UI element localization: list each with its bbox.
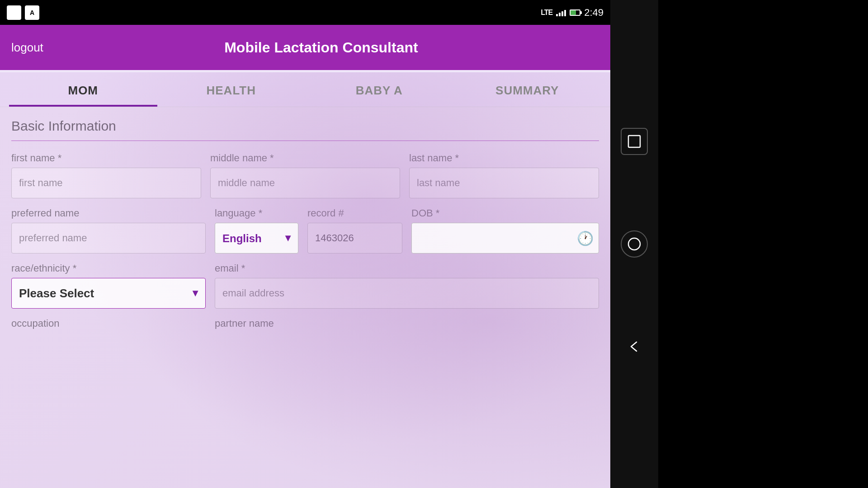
- signal-bar-3: [561, 11, 563, 16]
- clock: 2:49: [584, 7, 604, 19]
- section-title: Basic Information: [11, 118, 599, 134]
- race-select-wrapper: Please Select White Black or African Ame…: [11, 278, 206, 309]
- nav-square-button[interactable]: [621, 128, 648, 155]
- logout-button[interactable]: logout: [11, 41, 43, 55]
- status-indicators: LTE 2:49: [541, 7, 604, 19]
- preferred-row: preferred name language * English Spanis…: [11, 207, 599, 253]
- signal-strength: [556, 9, 566, 16]
- first-name-group: first name *: [11, 152, 201, 198]
- app-title: Mobile Lactation Consultant: [43, 39, 599, 56]
- preferred-name-group: preferred name: [11, 207, 206, 253]
- last-name-label: last name *: [409, 152, 599, 164]
- preferred-name-input[interactable]: [11, 223, 206, 253]
- bottom-labels: occupation partner name: [0, 318, 610, 329]
- language-label: language *: [215, 207, 298, 219]
- first-name-label: first name *: [11, 152, 201, 164]
- race-label: race/ethnicity *: [11, 263, 206, 274]
- battery-indicator: [570, 9, 580, 16]
- dob-group: DOB * 🕐: [411, 207, 599, 253]
- tab-baby-a[interactable]: BABY A: [305, 70, 453, 107]
- partner-name-label: partner name: [215, 318, 599, 329]
- middle-name-label: middle name *: [210, 152, 400, 164]
- nav-sidebar: [610, 0, 658, 488]
- form-section: Basic Information first name * middle na…: [0, 107, 610, 309]
- tabs-container: MOM HEALTH BABY A SUMMARY: [0, 70, 610, 107]
- name-row: first name * middle name * last name *: [11, 152, 599, 198]
- first-name-input[interactable]: [11, 168, 201, 198]
- battery-fill: [571, 10, 576, 15]
- status-bar: A LTE 2:49: [0, 0, 610, 25]
- record-label: record #: [307, 207, 402, 219]
- dob-input[interactable]: [411, 223, 599, 253]
- last-name-input[interactable]: [409, 168, 599, 198]
- language-group: language * English Spanish French Other …: [215, 207, 298, 253]
- middle-name-input[interactable]: [210, 168, 400, 198]
- language-select[interactable]: English Spanish French Other: [215, 223, 298, 253]
- app-icon-1: [7, 5, 21, 20]
- svg-rect-2: [10, 13, 14, 16]
- email-input[interactable]: [215, 278, 599, 309]
- record-group: record #: [307, 207, 402, 253]
- middle-name-group: middle name *: [210, 152, 400, 198]
- svg-rect-4: [628, 136, 640, 147]
- dob-wrapper: 🕐: [411, 223, 599, 253]
- status-icons: A: [7, 5, 39, 20]
- nav-circle-button[interactable]: [621, 230, 648, 258]
- race-select[interactable]: Please Select White Black or African Ame…: [11, 278, 206, 309]
- section-divider: [11, 141, 599, 141]
- race-group: race/ethnicity * Please Select White Bla…: [11, 263, 206, 309]
- preferred-name-label: preferred name: [11, 207, 206, 219]
- svg-rect-3: [14, 13, 18, 16]
- email-label: email *: [215, 263, 599, 274]
- svg-point-5: [628, 238, 640, 250]
- dob-label: DOB *: [411, 207, 599, 219]
- tab-summary[interactable]: SUMMARY: [453, 70, 602, 107]
- svg-rect-1: [14, 9, 18, 12]
- lte-indicator: LTE: [541, 9, 552, 17]
- app-header: logout Mobile Lactation Consultant: [0, 25, 610, 70]
- signal-bar-2: [559, 13, 561, 16]
- signal-bar-4: [564, 10, 566, 16]
- signal-bar-1: [556, 14, 558, 16]
- record-input[interactable]: [307, 223, 402, 253]
- svg-rect-0: [10, 9, 14, 12]
- tab-mom[interactable]: MOM: [9, 70, 157, 107]
- occupation-label: occupation: [11, 318, 206, 329]
- nav-back-button[interactable]: [621, 333, 648, 360]
- race-email-row: race/ethnicity * Please Select White Bla…: [11, 263, 599, 309]
- language-select-wrapper: English Spanish French Other ▼: [215, 223, 298, 253]
- email-group: email *: [215, 263, 599, 309]
- last-name-group: last name *: [409, 152, 599, 198]
- tab-health[interactable]: HEALTH: [157, 70, 306, 107]
- app-icon-2: A: [25, 5, 39, 20]
